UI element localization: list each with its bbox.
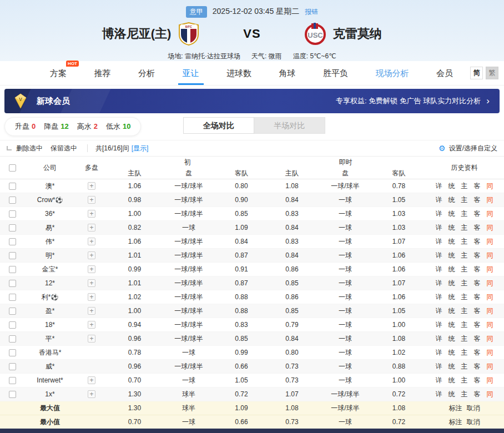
select-all-checkbox[interactable] (9, 164, 16, 172)
company-name[interactable]: 12* (25, 279, 75, 287)
detail-link[interactable]: 详 (436, 279, 442, 288)
stats-link[interactable]: 统 (448, 362, 455, 371)
away-link[interactable]: 客 (474, 362, 481, 371)
stats-link[interactable]: 统 (448, 182, 455, 191)
away-link[interactable]: 客 (474, 390, 481, 399)
settings-button[interactable]: ⚙ 设置/选择自定义 (439, 144, 497, 153)
multi-odds-button[interactable]: + (88, 265, 95, 273)
multi-odds-button[interactable]: + (88, 279, 95, 287)
row-checkbox[interactable] (9, 197, 16, 204)
multi-odds-button[interactable]: + (88, 196, 95, 204)
detail-link[interactable]: 详 (436, 334, 442, 344)
home-link[interactable]: 主 (461, 334, 468, 344)
home-link[interactable]: 主 (461, 265, 468, 274)
stats-link[interactable]: 统 (448, 293, 455, 302)
row-checkbox[interactable] (9, 294, 16, 301)
company-name[interactable]: 利*⚽ (25, 293, 75, 302)
same-link[interactable]: 同 (487, 348, 493, 358)
same-link[interactable]: 同 (487, 182, 493, 191)
row-checkbox[interactable] (9, 224, 16, 231)
company-name[interactable]: 18* (25, 321, 75, 329)
delete-selected-button[interactable]: 删除选中 (16, 144, 43, 153)
cancel-button[interactable]: 取消 (467, 417, 480, 427)
show-link[interactable]: [显示] (132, 144, 149, 153)
away-link[interactable]: 客 (474, 306, 481, 316)
stats-link[interactable]: 统 (448, 334, 455, 344)
home-link[interactable]: 主 (461, 237, 468, 246)
away-link[interactable]: 客 (474, 334, 481, 344)
detail-link[interactable]: 详 (436, 223, 442, 233)
away-link[interactable]: 客 (474, 376, 481, 385)
tab-会员[interactable]: 会员 (435, 62, 454, 85)
company-name[interactable]: Crow*⚽ (25, 196, 75, 204)
multi-odds-button[interactable]: + (88, 224, 95, 231)
multi-odds-button[interactable]: + (88, 238, 95, 245)
tab-分析[interactable]: 分析 (137, 62, 156, 85)
detail-link[interactable]: 详 (436, 237, 442, 246)
row-checkbox[interactable] (9, 210, 16, 218)
tab-角球[interactable]: 角球 (278, 62, 297, 85)
company-name[interactable]: 明* (25, 251, 75, 260)
detail-link[interactable]: 详 (436, 251, 442, 260)
row-checkbox[interactable] (9, 363, 16, 370)
tab-亚让[interactable]: 亚让 (182, 62, 200, 85)
row-checkbox[interactable] (9, 183, 16, 190)
home-link[interactable]: 主 (461, 376, 468, 385)
away-link[interactable]: 客 (474, 223, 481, 233)
company-name[interactable]: 伟* (25, 237, 75, 246)
away-link[interactable]: 客 (474, 209, 481, 219)
row-checkbox[interactable] (9, 391, 16, 398)
company-name[interactable]: Interwet* (25, 376, 75, 384)
stats-link[interactable]: 统 (448, 251, 455, 260)
row-checkbox[interactable] (9, 266, 16, 273)
same-link[interactable]: 同 (487, 195, 493, 205)
tab-进球数[interactable]: 进球数 (225, 62, 253, 85)
detail-link[interactable]: 详 (436, 306, 442, 316)
away-link[interactable]: 客 (474, 320, 481, 330)
company-name[interactable]: 香港马* (25, 348, 75, 358)
multi-odds-button[interactable]: + (88, 182, 95, 190)
home-link[interactable]: 主 (461, 223, 468, 233)
detail-link[interactable]: 详 (436, 376, 442, 385)
mark-button[interactable]: 标注 (449, 417, 462, 427)
multi-odds-button[interactable]: + (88, 210, 95, 218)
same-link[interactable]: 同 (487, 237, 493, 246)
stats-link[interactable]: 统 (448, 195, 455, 205)
same-link[interactable]: 同 (487, 362, 493, 371)
tab-现场分析[interactable]: 现场分析 (375, 62, 410, 85)
lang-simplified-button[interactable]: 简 (470, 67, 483, 79)
home-link[interactable]: 主 (461, 195, 468, 205)
same-link[interactable]: 同 (487, 390, 493, 399)
vip-banner[interactable]: V 新球会员 专享权益: 免费解锁 免广告 球队实力对比分析 › (4, 89, 500, 113)
stats-link[interactable]: 统 (448, 348, 455, 358)
company-name[interactable]: 威* (25, 362, 75, 371)
row-checkbox[interactable] (9, 280, 16, 287)
same-link[interactable]: 同 (487, 223, 493, 233)
multi-odds-button[interactable]: + (88, 335, 95, 343)
away-link[interactable]: 客 (474, 348, 481, 358)
row-checkbox[interactable] (9, 377, 16, 384)
home-link[interactable]: 主 (461, 362, 468, 371)
row-checkbox[interactable] (9, 252, 16, 259)
lang-traditional-button[interactable]: 繁 (486, 67, 498, 79)
stats-link[interactable]: 统 (448, 237, 455, 246)
detail-link[interactable]: 详 (436, 293, 442, 302)
stats-link[interactable]: 统 (448, 279, 455, 288)
detail-link[interactable]: 详 (436, 362, 442, 371)
stats-link[interactable]: 统 (448, 265, 455, 274)
row-checkbox[interactable] (9, 349, 16, 356)
stats-link[interactable]: 统 (448, 376, 455, 385)
same-link[interactable]: 同 (487, 209, 493, 219)
away-link[interactable]: 客 (474, 265, 481, 274)
keep-selected-button[interactable]: 保留选中 (51, 144, 77, 153)
mark-button[interactable]: 标注 (449, 404, 462, 413)
stats-link[interactable]: 统 (448, 209, 455, 219)
same-link[interactable]: 同 (487, 265, 493, 274)
home-link[interactable]: 主 (461, 293, 468, 302)
detail-link[interactable]: 详 (436, 265, 442, 274)
row-checkbox[interactable] (9, 321, 16, 329)
away-link[interactable]: 客 (474, 195, 481, 205)
company-name[interactable]: 盈* (25, 306, 75, 316)
away-link[interactable]: 客 (474, 182, 481, 191)
home-link[interactable]: 主 (461, 348, 468, 358)
